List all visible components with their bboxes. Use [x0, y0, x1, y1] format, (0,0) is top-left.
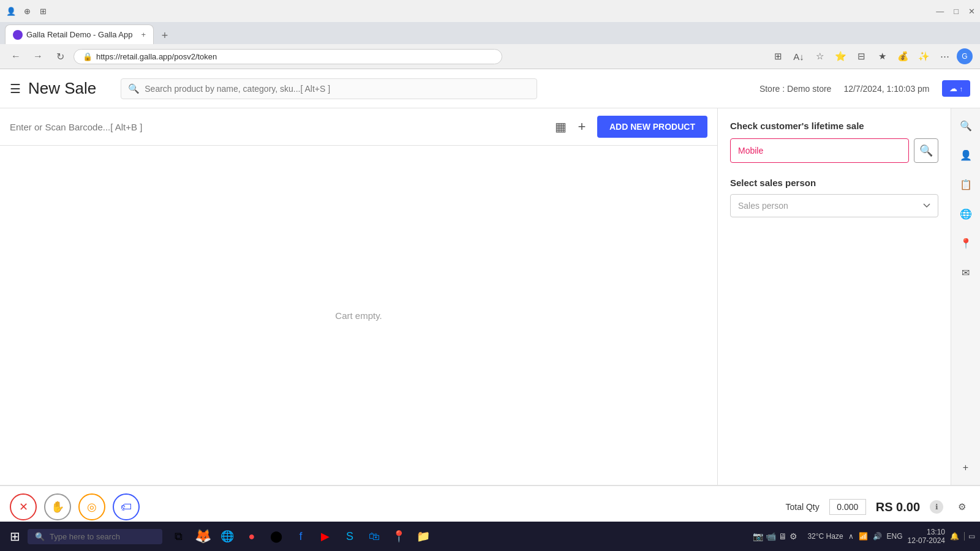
- sys-tray-icons: 📷 📹 🖥 ⚙: [753, 531, 797, 541]
- hamburger-menu-button[interactable]: ☰: [10, 81, 21, 96]
- taskbar-edge[interactable]: 🌐: [216, 525, 238, 547]
- total-amount-display: RS 0.00: [876, 500, 920, 514]
- product-search-input[interactable]: [121, 78, 537, 99]
- taskbar-task-view[interactable]: ⧉: [167, 525, 189, 547]
- wallet-browser-icon[interactable]: 💰: [894, 48, 911, 65]
- taskbar-app3[interactable]: ●: [241, 525, 263, 547]
- show-desktop-button[interactable]: ▭: [964, 532, 975, 541]
- split-screen-icon[interactable]: ⊟: [853, 48, 870, 65]
- address-bar[interactable]: 🔒 https://retail.galla.app/posv2/token: [74, 49, 502, 64]
- app-container: ☰ New Sale 🔍 Store : Demo store 12/7/202…: [0, 69, 980, 551]
- taskbar-store[interactable]: 🛍: [363, 525, 385, 547]
- sidebar-location-icon[interactable]: 📍: [956, 233, 976, 253]
- refresh-button[interactable]: ↻: [51, 48, 69, 65]
- forward-button[interactable]: →: [29, 48, 47, 65]
- sidebar-globe-icon[interactable]: 🌐: [956, 204, 976, 223]
- discount-button[interactable]: ◎: [78, 493, 105, 520]
- favorites-icon[interactable]: ☆: [811, 48, 828, 65]
- window-controls: — □ ✕: [936, 7, 975, 16]
- settings-tray-icon[interactable]: ⚙: [790, 531, 797, 541]
- system-tray-expand[interactable]: ∧: [848, 532, 854, 541]
- taskbar-maps[interactable]: 📍: [388, 525, 410, 547]
- more-options-icon[interactable]: ⋯: [936, 48, 953, 65]
- taskbar-date-display: 12-07-2024: [908, 536, 945, 545]
- page-title: New Sale: [28, 79, 96, 98]
- mobile-input[interactable]: [730, 138, 909, 163]
- camera-icon[interactable]: 📷: [753, 531, 763, 541]
- app-header: ☰ New Sale 🔍 Store : Demo store 12/7/202…: [0, 69, 980, 108]
- total-qty-label: Total Qty: [785, 502, 819, 512]
- taskbar-app5[interactable]: f: [290, 525, 312, 547]
- salesperson-dropdown[interactable]: Sales person: [730, 194, 938, 217]
- mobile-search-row: 🔍: [730, 138, 938, 163]
- add-new-product-button[interactable]: ADD NEW PRODUCT: [597, 116, 707, 138]
- search-icon: 🔍: [128, 83, 140, 94]
- weather-info: 32°C Haze: [807, 532, 843, 541]
- barcode-input[interactable]: [10, 122, 549, 132]
- total-qty-value: 0.000: [829, 499, 866, 515]
- copilot-icon[interactable]: ✨: [915, 48, 932, 65]
- cart-empty-message: Cart empty.: [0, 146, 717, 485]
- cloud-sync-button[interactable]: ☁ ↑: [942, 80, 971, 97]
- profile-icon[interactable]: 👤: [5, 5, 17, 17]
- video-icon[interactable]: 📹: [766, 531, 776, 541]
- title-bar-left: 👤 ⊕ ⊞: [5, 5, 49, 17]
- sidebar-add-icon[interactable]: +: [956, 458, 976, 478]
- sidebar-orders-icon[interactable]: 📋: [956, 174, 976, 194]
- taskbar-search-box[interactable]: 🔍: [28, 529, 162, 544]
- settings-icon[interactable]: ⚙: [953, 498, 970, 515]
- taskbar: ⊞ 🔍 ⧉ 🦊 🌐 ● ⬤ f ▶ S 🛍 📍 📁 📷 📹 🖥 ⚙ 32°C H…: [0, 522, 980, 551]
- total-section: Total Qty 0.000 RS 0.00 ℹ ⚙: [785, 498, 970, 515]
- network-icon[interactable]: 📶: [859, 532, 868, 541]
- taskbar-youtube[interactable]: ▶: [314, 525, 336, 547]
- cloud-btn-arrow: ↑: [960, 85, 963, 92]
- check-lifetime-title: Check customer's lifetime sale: [730, 121, 938, 131]
- notification-icon[interactable]: 🔔: [950, 532, 959, 541]
- add-item-icon-button[interactable]: +: [573, 118, 591, 136]
- monitor-icon[interactable]: 🖥: [778, 531, 787, 541]
- tab-title: Galla Retail Demo - Galla App: [26, 30, 132, 39]
- active-tab[interactable]: Galla Retail Demo - Galla App +: [5, 24, 154, 44]
- minimize-button[interactable]: —: [936, 7, 944, 16]
- main-content: ▦ + ADD NEW PRODUCT Cart empty. Check cu…: [0, 108, 980, 485]
- browser-toolbar-right: ⊞ A↓ ☆ ⭐ ⊟ ★ 💰 ✨ ⋯ G: [769, 48, 973, 65]
- back-button[interactable]: ←: [7, 48, 24, 65]
- sidebar-send-icon[interactable]: ✉: [956, 263, 976, 282]
- taskbar-system-tray: 📷 📹 🖥 ⚙ 32°C Haze ∧ 📶 🔊 ENG 13:10 12-07-…: [753, 528, 975, 545]
- apps-icon[interactable]: ⊞: [37, 5, 49, 17]
- start-button[interactable]: ⊞: [5, 527, 25, 546]
- sidebar-person-icon[interactable]: 👤: [956, 145, 976, 165]
- taskbar-skype[interactable]: S: [339, 525, 361, 547]
- taskbar-chrome[interactable]: ⬤: [265, 525, 287, 547]
- hold-button[interactable]: ✋: [44, 493, 71, 520]
- maximize-button[interactable]: □: [954, 7, 959, 16]
- add-product-btn-wrapper: ADD NEW PRODUCT: [597, 116, 707, 138]
- product-search-bar[interactable]: 🔍: [121, 78, 537, 99]
- taskbar-clock: 13:10 12-07-2024: [908, 528, 945, 545]
- taskbar-files[interactable]: 📁: [412, 525, 434, 547]
- total-info-icon[interactable]: ℹ: [930, 500, 943, 514]
- address-bar-row: ← → ↻ 🔒 https://retail.galla.app/posv2/t…: [0, 44, 980, 69]
- extensions-icon[interactable]: ⊕: [21, 5, 33, 17]
- extensions-panel-icon[interactable]: ⊞: [769, 48, 786, 65]
- new-tab-button[interactable]: +: [156, 27, 173, 44]
- sidebar-search-icon[interactable]: 🔍: [956, 116, 976, 135]
- taskbar-search-input[interactable]: [50, 532, 141, 541]
- collections-icon[interactable]: ⭐: [832, 48, 849, 65]
- translate-icon[interactable]: A↓: [790, 48, 807, 65]
- taskbar-firefox[interactable]: 🦊: [192, 525, 214, 547]
- qr-code-icon[interactable]: ▦: [555, 119, 567, 134]
- tab-favicon: [13, 30, 23, 40]
- cancel-button[interactable]: ✕: [10, 493, 37, 520]
- right-sidebar: 🔍 👤 📋 🌐 📍 ✉ +: [951, 108, 980, 485]
- select-salesperson-title: Select sales person: [730, 178, 938, 188]
- volume-icon[interactable]: 🔊: [873, 532, 882, 541]
- mobile-search-button[interactable]: 🔍: [914, 138, 938, 163]
- loyalty-button[interactable]: 🏷: [113, 493, 140, 520]
- taskbar-time-display: 13:10: [908, 528, 945, 536]
- close-button[interactable]: ✕: [968, 7, 975, 16]
- browser-profile-avatar[interactable]: G: [957, 48, 973, 64]
- favorites-bar-icon[interactable]: ★: [873, 48, 891, 65]
- tab-close-button[interactable]: +: [141, 30, 146, 39]
- bottom-actions-row: ✕ ✋ ◎ 🏷 Total Qty 0.000 RS 0.00 ℹ ⚙: [10, 493, 970, 520]
